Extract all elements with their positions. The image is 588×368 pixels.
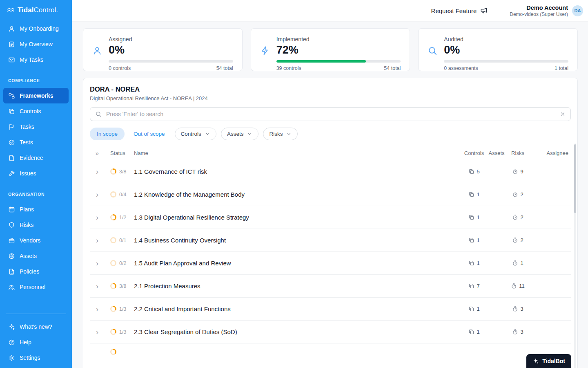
table-row[interactable]: 3/8 1.1 Governance of ICT risk 5 9	[90, 160, 571, 183]
status-fraction: 0/4	[119, 192, 126, 197]
sidebar-item-label: Controls	[20, 108, 41, 114]
table-row[interactable]: 1/3 2.2 Critical and Important Functions…	[90, 297, 571, 320]
search-icon	[95, 111, 102, 117]
sidebar-item-assets[interactable]: Assets	[0, 248, 72, 264]
chevron-down-icon	[286, 131, 292, 137]
sidebar-footer-nav: What's new? Help Settings	[0, 319, 72, 368]
avatar[interactable]: DA	[572, 5, 583, 16]
account-info[interactable]: Demo Account Demo-videos (Super User)	[510, 4, 568, 17]
file-text-icon	[8, 268, 15, 275]
tidalbot-button[interactable]: TidalBot	[526, 354, 571, 368]
table-scrollbar-thumb[interactable]	[574, 144, 576, 213]
risk-gauge-icon	[512, 260, 518, 266]
filter-dropdown-controls[interactable]: Controls	[175, 128, 216, 140]
app-logo[interactable]: TidalControl.	[0, 0, 72, 19]
chevron-right-icon[interactable]	[96, 305, 98, 313]
expand-all-icon[interactable]	[96, 150, 99, 156]
table-row[interactable]: 1/3 2.3 Clear Segregation of Duties (SoD…	[90, 320, 571, 343]
chevron-right-icon[interactable]	[96, 168, 98, 175]
stat-value: 72%	[276, 44, 401, 56]
controls-copy-icon	[468, 283, 474, 289]
section-label-organisation: ORGANISATION	[8, 192, 72, 197]
controls-copy-icon	[468, 237, 474, 243]
framework-card: DORA - NOREA Digital Operational Resilie…	[83, 78, 578, 368]
chevron-right-icon[interactable]	[96, 214, 98, 221]
copy-icon	[8, 108, 15, 115]
table-row[interactable]	[90, 343, 571, 362]
chevron-right-icon[interactable]	[96, 283, 98, 290]
col-header-risks: Risks	[507, 150, 528, 156]
shield-icon	[8, 222, 15, 229]
status-donut	[110, 349, 116, 355]
table-row[interactable]: 0/1 1.4 Business Continuity Oversight 1 …	[90, 229, 571, 251]
sidebar-item-plans[interactable]: Plans	[0, 202, 72, 217]
sidebar-item-settings[interactable]: Settings	[0, 350, 72, 366]
chevron-right-icon[interactable]	[96, 328, 98, 336]
sidebar-item-policies[interactable]: Policies	[0, 264, 72, 279]
sidebar: TidalControl. My Onboarding My Overview …	[0, 0, 72, 368]
filter-dropdown-risks[interactable]: Risks	[263, 128, 298, 140]
requirement-name: 1.2 Knowledge of the Management Body	[134, 191, 462, 198]
controls-count: 7	[477, 283, 479, 289]
chevron-right-icon[interactable]	[96, 191, 98, 198]
filter-dropdown-assets[interactable]: Assets	[221, 128, 259, 140]
risks-count: 2	[520, 191, 523, 197]
bolt-icon	[260, 46, 270, 56]
stat-value: 0%	[109, 44, 233, 56]
controls-copy-icon	[468, 168, 474, 175]
stat-progress-track	[444, 60, 568, 63]
filter-out-of-scope[interactable]: Out of scope	[129, 128, 170, 140]
status-donut	[110, 214, 116, 220]
stat-foot-right: 54 total	[216, 65, 233, 71]
risks-count: 11	[519, 283, 525, 289]
stat-title: Assigned	[109, 36, 233, 43]
status-donut	[110, 191, 116, 197]
request-feature-button[interactable]: Request Feature	[431, 7, 488, 14]
clear-search-icon[interactable]	[560, 111, 566, 117]
megaphone-icon	[480, 7, 488, 14]
sidebar-item-personnel[interactable]: Personnel	[0, 279, 72, 295]
stat-foot-left: 0 assessments	[444, 65, 478, 71]
sidebar-item-issues[interactable]: Issues	[0, 166, 72, 181]
search-box	[90, 107, 571, 121]
sidebar-item-label: Evidence	[20, 155, 43, 161]
brand-text: TidalControl.	[18, 6, 58, 14]
sidebar-item-tasks[interactable]: Tasks	[0, 119, 72, 135]
account-subtitle: Demo-videos (Super User)	[510, 11, 568, 17]
table-row[interactable]: 1/2 1.3 Digital Operational Resilience S…	[90, 206, 571, 229]
sidebar-item-tests[interactable]: Tests	[0, 135, 72, 150]
status-donut	[110, 237, 116, 243]
requirement-name: 1.1 Governance of ICT risk	[134, 168, 462, 175]
risks-count: 2	[520, 237, 523, 243]
sidebar-item-risks[interactable]: Risks	[0, 217, 72, 233]
chevron-right-icon[interactable]	[96, 237, 98, 244]
stat-foot-left: 0 controls	[109, 65, 131, 71]
stat-foot-left: 39 controls	[276, 65, 301, 71]
framework-subtitle: Digital Operational Resilience Act - NOR…	[90, 95, 571, 101]
sidebar-item-my-tasks[interactable]: My Tasks	[0, 52, 72, 67]
chevron-right-icon[interactable]	[96, 260, 98, 267]
controls-count: 1	[477, 329, 479, 335]
sidebar-item-controls[interactable]: Controls	[0, 103, 72, 119]
sidebar-item-what-s-new[interactable]: What's new?	[0, 319, 72, 334]
requirement-name: 1.4 Business Continuity Oversight	[134, 237, 462, 244]
requirement-name: 2.2 Critical and Important Functions	[134, 305, 462, 312]
table-row[interactable]: 0/4 1.2 Knowledge of the Management Body…	[90, 183, 571, 206]
filter-in-scope[interactable]: In scope	[90, 128, 125, 140]
sidebar-item-frameworks[interactable]: Frameworks	[3, 88, 69, 103]
sidebar-item-vendors[interactable]: Vendors	[0, 233, 72, 248]
sidebar-item-label: Tasks	[20, 123, 34, 130]
table-row[interactable]: 0/2 1.5 Audit Plan Approval and Review 1…	[90, 251, 571, 274]
controls-count: 1	[477, 214, 479, 220]
requirement-name: 2.1 Protection Measures	[134, 283, 462, 289]
search-input[interactable]	[105, 110, 556, 118]
sidebar-item-my-onboarding[interactable]: My Onboarding	[0, 21, 72, 36]
sidebar-item-evidence[interactable]: Evidence	[0, 150, 72, 166]
table-row[interactable]: 3/8 2.1 Protection Measures 7 11	[90, 274, 571, 297]
sparkles-icon	[532, 358, 539, 364]
sidebar-item-my-overview[interactable]: My Overview	[0, 36, 72, 52]
sidebar-item-help[interactable]: Help	[0, 334, 72, 350]
sidebar-item-label: Issues	[20, 170, 36, 177]
controls-count: 5	[477, 168, 479, 175]
risk-gauge-icon	[511, 283, 517, 289]
